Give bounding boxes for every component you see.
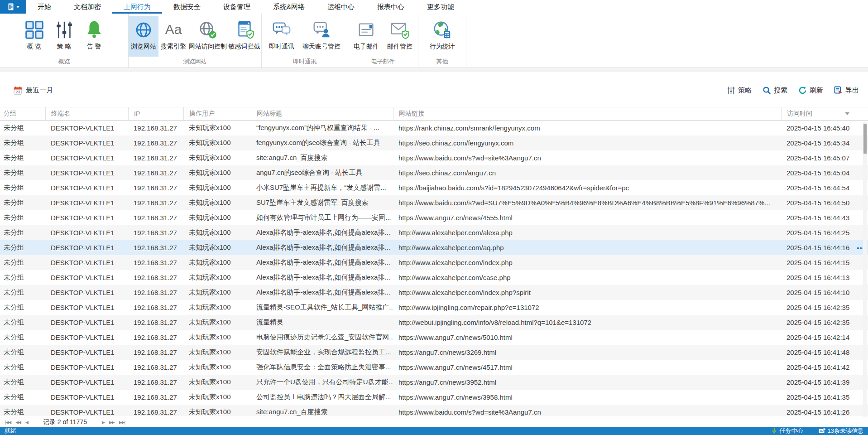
- column-header-ip[interactable]: IP: [128, 107, 183, 120]
- prev-page-button[interactable]: ◀◀: [13, 420, 23, 425]
- ribbon-item-website-access-control[interactable]: 网站访问控制: [188, 16, 227, 57]
- cell-url: https://www.angu7.cn/news/4517.html: [393, 363, 781, 371]
- ribbon-item-behavior-stats[interactable]: 行为统计: [426, 16, 459, 57]
- column-header-terminal[interactable]: 终端名: [45, 107, 128, 120]
- ribbon-item-instant-messaging[interactable]: 即时通讯: [265, 16, 298, 57]
- menu-item[interactable]: 运维中心: [316, 0, 366, 14]
- vertical-scrollbar[interactable]: [863, 122, 867, 417]
- export-button[interactable]: 导出: [834, 86, 859, 95]
- cell-url: https://www.angu7.cn/news/4555.html: [393, 214, 781, 222]
- ribbon-divider: [0, 68, 868, 72]
- app-menu-button[interactable]: [0, 0, 26, 14]
- cell-time: 2025-04-15 16:44:13: [781, 274, 856, 281]
- cell-group: 未分组: [0, 408, 45, 416]
- table-row[interactable]: 未分组 DESKTOP-VLKTLE1 192.168.31.27 未知玩家x1…: [0, 405, 868, 416]
- table-row[interactable]: 未分组 DESKTOP-VLKTLE1 192.168.31.27 未知玩家x1…: [0, 121, 868, 135]
- ribbon-item-sensitive-word-block[interactable]: 敏感词拦截: [227, 16, 261, 57]
- cell-user: 未知玩家x100: [183, 333, 251, 342]
- cell-url: https://www.angu7.cn/news/3958.html: [393, 393, 781, 401]
- search-button[interactable]: 搜索: [762, 86, 787, 95]
- column-header-spacer: [856, 107, 868, 120]
- task-center-button[interactable]: 任务中心: [771, 427, 803, 435]
- cell-time: 2025-04-15 16:41:39: [781, 378, 856, 386]
- menu-item[interactable]: 报表中心: [366, 0, 416, 14]
- cell-user: 未知玩家x100: [183, 408, 251, 416]
- ribbon-group-email: 电子邮件 邮件管控 电子邮件: [348, 14, 418, 68]
- table-row[interactable]: 未分组 DESKTOP-VLKTLE1 192.168.31.27 未知玩家x1…: [0, 360, 868, 375]
- column-header-title[interactable]: 网站标题: [251, 107, 393, 120]
- policy-label: 策略: [738, 86, 752, 95]
- table-row[interactable]: 未分组 DESKTOP-VLKTLE1 192.168.31.27 未知玩家x1…: [0, 270, 868, 285]
- column-header-url[interactable]: 网站链接: [393, 107, 781, 120]
- column-header-time[interactable]: 访问时间: [781, 107, 856, 120]
- menu-item[interactable]: 更多功能: [416, 0, 465, 14]
- policy-button[interactable]: 策略: [727, 86, 752, 95]
- table-row[interactable]: 未分组 DESKTOP-VLKTLE1 192.168.31.27 未知玩家x1…: [0, 165, 868, 180]
- cell-ip: 192.168.31.27: [128, 304, 183, 311]
- ribbon-item-alert[interactable]: 告 警: [79, 16, 109, 57]
- ribbon-item-chat-account-control[interactable]: 聊天账号管控: [298, 16, 345, 57]
- ribbon-item-mail-control[interactable]: 邮件管控: [383, 16, 417, 57]
- table-row[interactable]: 未分组 DESKTOP-VLKTLE1 192.168.31.27 未知玩家x1…: [0, 375, 868, 390]
- table-row[interactable]: 未分组 DESKTOP-VLKTLE1 192.168.31.27 未知玩家x1…: [0, 180, 868, 195]
- table-row[interactable]: 未分组 DESKTOP-VLKTLE1 192.168.31.27 未知玩家x1…: [0, 195, 868, 210]
- table-row[interactable]: 未分组 DESKTOP-VLKTLE1 192.168.31.27 未知玩家x1…: [0, 285, 868, 300]
- cell-terminal: DESKTOP-VLKTLE1: [45, 244, 128, 251]
- cell-terminal: DESKTOP-VLKTLE1: [45, 289, 128, 296]
- ribbon-item-browse-website[interactable]: 浏览网站: [129, 16, 158, 57]
- prev-row-button[interactable]: ◀: [23, 420, 30, 425]
- date-range-filter[interactable]: 23 最近一月: [14, 86, 53, 95]
- cell-ip: 192.168.31.27: [128, 184, 183, 192]
- mail-icon: [356, 19, 377, 40]
- export-label: 导出: [845, 86, 859, 95]
- ribbon-item-search-engine[interactable]: Aa 搜索引擎: [158, 16, 188, 57]
- cell-user: 未知玩家x100: [183, 258, 251, 267]
- records-table: 分组 终端名 IP 操作用户 网站标题 网站链接 访问时间 未分组 DESKTO…: [0, 107, 868, 417]
- ribbon-item-email[interactable]: 电子邮件: [350, 16, 383, 57]
- menu-item[interactable]: 开始: [26, 0, 62, 14]
- table-row[interactable]: 未分组 DESKTOP-VLKTLE1 192.168.31.27 未知玩家x1…: [0, 150, 868, 165]
- first-page-button[interactable]: |◀◀: [3, 420, 13, 425]
- app-window: 开始文档加密上网行为数据安全设备管理系统&网络运维中心报表中心更多功能 概 览: [0, 0, 868, 435]
- bell-icon: [84, 19, 105, 40]
- last-page-button[interactable]: ▶▶|: [117, 420, 127, 425]
- menu-item[interactable]: 数据安全: [162, 0, 212, 14]
- menu-item[interactable]: 上网行为: [112, 0, 162, 14]
- table-row[interactable]: 未分组 DESKTOP-VLKTLE1 192.168.31.27 未知玩家x1…: [0, 135, 868, 150]
- cell-user: 未知玩家x100: [183, 363, 251, 372]
- cell-time: 2025-04-15 16:44:50: [781, 199, 856, 207]
- next-page-button[interactable]: ▶▶: [107, 420, 117, 425]
- cell-url: http://webui.ipjingling.com/info/v8/relo…: [393, 319, 781, 326]
- refresh-icon: [798, 86, 807, 95]
- chevron-down-icon: [16, 6, 19, 8]
- menu-item[interactable]: 设备管理: [212, 0, 262, 14]
- cell-title: Alexa排名助手-alexa排名,如何提高alexa排...: [251, 243, 393, 252]
- table-row[interactable]: 未分组 DESKTOP-VLKTLE1 192.168.31.27 未知玩家x1…: [0, 255, 868, 270]
- ribbon-item-overview[interactable]: 概 览: [19, 16, 49, 57]
- ribbon-item-policy[interactable]: 策 略: [49, 16, 79, 57]
- table-row[interactable]: 未分组 DESKTOP-VLKTLE1 192.168.31.27 未知玩家x1…: [0, 300, 868, 315]
- menu-item[interactable]: 文档加密: [62, 0, 112, 14]
- cell-user: 未知玩家x100: [183, 378, 251, 387]
- cell-ip: 192.168.31.27: [128, 169, 183, 177]
- table-row[interactable]: 未分组 DESKTOP-VLKTLE1 192.168.31.27 未知玩家x1…: [0, 225, 868, 240]
- table-row[interactable]: 未分组 DESKTOP-VLKTLE1 192.168.31.27 未知玩家x1…: [0, 240, 868, 255]
- table-row[interactable]: 未分组 DESKTOP-VLKTLE1 192.168.31.27 未知玩家x1…: [0, 330, 868, 345]
- cell-url: https://angu7.cn/news/3952.html: [393, 378, 781, 386]
- cell-time: 2025-04-15 16:44:54: [781, 184, 856, 192]
- scrollbar-thumb[interactable]: [863, 124, 867, 154]
- table-row[interactable]: 未分组 DESKTOP-VLKTLE1 192.168.31.27 未知玩家x1…: [0, 345, 868, 360]
- cell-group: 未分组: [0, 258, 45, 267]
- ribbon-group-caption: 概览: [0, 57, 128, 68]
- table-row[interactable]: 未分组 DESKTOP-VLKTLE1 192.168.31.27 未知玩家x1…: [0, 390, 868, 405]
- column-header-group[interactable]: 分组: [0, 107, 45, 120]
- refresh-button[interactable]: 刷新: [798, 86, 823, 95]
- table-row[interactable]: 未分组 DESKTOP-VLKTLE1 192.168.31.27 未知玩家x1…: [0, 210, 868, 225]
- ribbon-item-label: 电子邮件: [354, 43, 379, 51]
- next-row-button[interactable]: ▶: [100, 420, 107, 425]
- menu-item[interactable]: 系统&网络: [262, 0, 316, 14]
- column-header-user[interactable]: 操作用户: [183, 107, 251, 120]
- unread-messages-button[interactable]: 13条未读信息: [819, 427, 863, 435]
- table-row[interactable]: 未分组 DESKTOP-VLKTLE1 192.168.31.27 未知玩家x1…: [0, 315, 868, 330]
- filter-caret-icon[interactable]: [845, 112, 849, 115]
